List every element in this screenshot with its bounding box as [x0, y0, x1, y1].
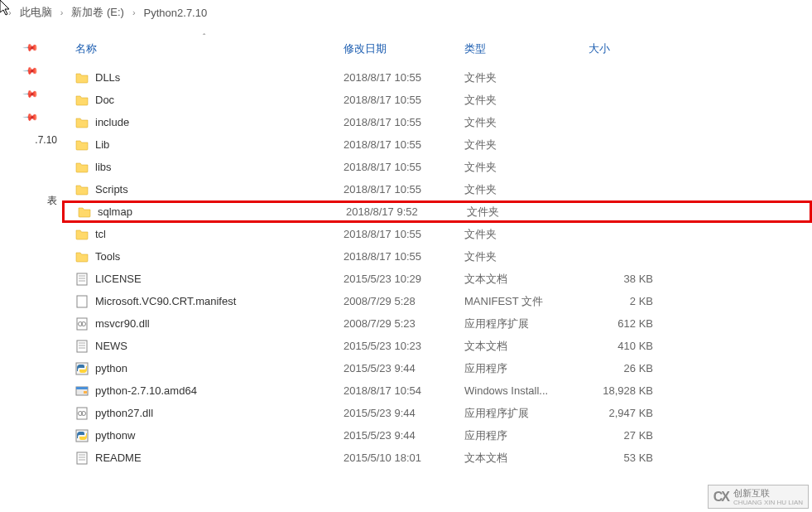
file-name-cell[interactable]: tcl: [70, 228, 344, 241]
folder-icon: [75, 138, 89, 152]
file-name-label: Microsoft.VC90.CRT.manifest: [95, 295, 236, 307]
file-name-label: include: [95, 116, 129, 128]
file-name-cell[interactable]: msvcr90.dll: [70, 317, 344, 331]
file-row[interactable]: DLLs2018/8/17 10:55文件夹: [62, 66, 812, 89]
breadcrumb: › 此电脑 › 新加卷 (E:) › Python2.7.10: [0, 0, 812, 25]
sidebar-label[interactable]: .7.10: [0, 134, 62, 146]
file-type-cell: MANIFEST 文件: [464, 294, 589, 309]
file-name-cell[interactable]: python: [70, 362, 344, 375]
file-type-cell: 文本文档: [464, 339, 589, 354]
installer-icon: [75, 384, 89, 398]
file-type-cell: 文本文档: [464, 451, 589, 466]
file-name-cell[interactable]: libs: [70, 161, 344, 174]
file-row[interactable]: sqlmap2018/8/17 9:52文件夹: [62, 200, 812, 223]
text-icon: [75, 452, 89, 465]
file-name-label: libs: [95, 161, 112, 173]
file-size-cell: 38 KB: [589, 273, 658, 285]
file-name-label: Lib: [95, 138, 109, 151]
file-date-cell: 2015/5/23 9:44: [344, 362, 464, 374]
cursor-icon: [0, 0, 12, 17]
file-size-cell: 612 KB: [589, 317, 658, 330]
file-date-cell: 2018/8/17 10:55: [344, 94, 464, 106]
file-name-cell[interactable]: sqlmap: [73, 205, 346, 219]
file-name-cell[interactable]: DLLs: [70, 71, 344, 85]
column-header-type[interactable]: 类型: [464, 41, 589, 56]
file-row[interactable]: msvcr90.dll2008/7/29 5:23应用程序扩展612 KB: [62, 312, 812, 335]
svg-rect-15: [84, 391, 87, 394]
file-type-cell: 文件夹: [464, 182, 589, 197]
file-date-cell: 2015/5/23 10:23: [344, 340, 464, 352]
column-header-row: ˆ 名称 修改日期 类型 大小: [62, 35, 812, 66]
file-size-cell: 2,947 KB: [589, 407, 658, 419]
folder-icon: [75, 116, 89, 129]
file-icon: [75, 295, 89, 308]
folder-icon: [75, 71, 89, 85]
file-name-cell[interactable]: pythonw: [70, 429, 344, 442]
column-header-name[interactable]: 名称: [70, 41, 344, 56]
python-icon: [75, 362, 89, 375]
file-name-cell[interactable]: Scripts: [70, 183, 344, 196]
file-row[interactable]: libs2018/8/17 10:55文件夹: [62, 156, 812, 178]
file-date-cell: 2018/8/17 10:55: [344, 116, 464, 128]
file-name-label: NEWS: [95, 340, 127, 352]
file-row[interactable]: Tools2018/8/17 10:55文件夹: [62, 245, 812, 268]
folder-icon: [75, 250, 89, 263]
file-date-cell: 2018/8/17 9:52: [346, 205, 467, 218]
file-name-label: Doc: [95, 94, 114, 106]
file-row[interactable]: NEWS2015/5/23 10:23文本文档410 KB: [62, 335, 812, 357]
file-name-cell[interactable]: Microsoft.VC90.CRT.manifest: [70, 295, 344, 308]
column-header-size[interactable]: 大小: [589, 41, 658, 56]
file-row[interactable]: Doc2018/8/17 10:55文件夹: [62, 89, 812, 111]
file-date-cell: 2018/8/17 10:55: [344, 250, 464, 263]
file-type-cell: 应用程序扩展: [464, 316, 589, 331]
file-row[interactable]: pythonw2015/5/23 9:44应用程序27 KB: [62, 424, 812, 447]
column-header-date[interactable]: 修改日期: [344, 41, 464, 56]
pin-icon[interactable]: 📌: [22, 109, 40, 126]
folder-icon: [78, 205, 91, 219]
file-name-cell[interactable]: Doc: [70, 94, 344, 107]
sidebar-label[interactable]: 表: [0, 194, 62, 208]
file-date-cell: 2008/7/29 5:23: [344, 317, 464, 330]
file-name-cell[interactable]: LICENSE: [70, 273, 344, 286]
breadcrumb-item[interactable]: Python2.7.10: [144, 7, 208, 19]
file-date-cell: 2018/8/17 10:55: [344, 161, 464, 173]
file-row[interactable]: tcl2018/8/17 10:55文件夹: [62, 223, 812, 245]
file-list: ˆ 名称 修改日期 类型 大小 DLLs2018/8/17 10:55文件夹Do…: [62, 25, 812, 509]
file-name-cell[interactable]: Lib: [70, 138, 344, 152]
file-name-cell[interactable]: Tools: [70, 250, 344, 263]
file-type-cell: 文件夹: [464, 115, 589, 130]
pin-icon[interactable]: 📌: [22, 39, 40, 56]
folder-icon: [75, 161, 89, 174]
file-name-label: tcl: [95, 228, 106, 240]
file-row[interactable]: python-2.7.10.amd642018/8/17 10:54Window…: [62, 379, 812, 402]
file-row[interactable]: Lib2018/8/17 10:55文件夹: [62, 133, 812, 156]
file-name-label: pythonw: [95, 429, 135, 442]
file-row[interactable]: python2015/5/23 9:44应用程序26 KB: [62, 357, 812, 379]
pin-icon[interactable]: 📌: [22, 62, 40, 80]
file-name-label: DLLs: [95, 71, 120, 84]
file-row[interactable]: python27.dll2015/5/23 9:44应用程序扩展2,947 KB: [62, 402, 812, 424]
breadcrumb-item[interactable]: 新加卷 (E:): [71, 5, 124, 20]
file-type-cell: 文件夹: [464, 138, 589, 152]
file-name-cell[interactable]: python-2.7.10.amd64: [70, 384, 344, 398]
file-name-cell[interactable]: python27.dll: [70, 407, 344, 420]
chevron-right-icon: ›: [60, 7, 64, 17]
file-row[interactable]: README2015/5/10 18:01文本文档53 KB: [62, 447, 812, 469]
file-row[interactable]: LICENSE2015/5/23 10:29文本文档38 KB: [62, 268, 812, 290]
file-name-cell[interactable]: NEWS: [70, 340, 344, 353]
file-date-cell: 2018/8/17 10:55: [344, 228, 464, 240]
folder-icon: [75, 228, 89, 241]
file-row[interactable]: Scripts2018/8/17 10:55文件夹: [62, 178, 812, 200]
file-row[interactable]: include2018/8/17 10:55文件夹: [62, 111, 812, 133]
file-type-cell: 文件夹: [464, 249, 589, 264]
file-date-cell: 2015/5/23 9:44: [344, 407, 464, 419]
file-row[interactable]: Microsoft.VC90.CRT.manifest2008/7/29 5:2…: [62, 290, 812, 312]
file-name-cell[interactable]: include: [70, 116, 344, 129]
pin-icon[interactable]: 📌: [22, 85, 40, 103]
file-date-cell: 2015/5/23 9:44: [344, 429, 464, 442]
breadcrumb-item[interactable]: 此电脑: [20, 5, 52, 20]
file-size-cell: 27 KB: [589, 429, 658, 442]
file-date-cell: 2015/5/10 18:01: [344, 452, 464, 464]
file-name-cell[interactable]: README: [70, 452, 344, 465]
file-name-label: python27.dll: [95, 407, 153, 419]
